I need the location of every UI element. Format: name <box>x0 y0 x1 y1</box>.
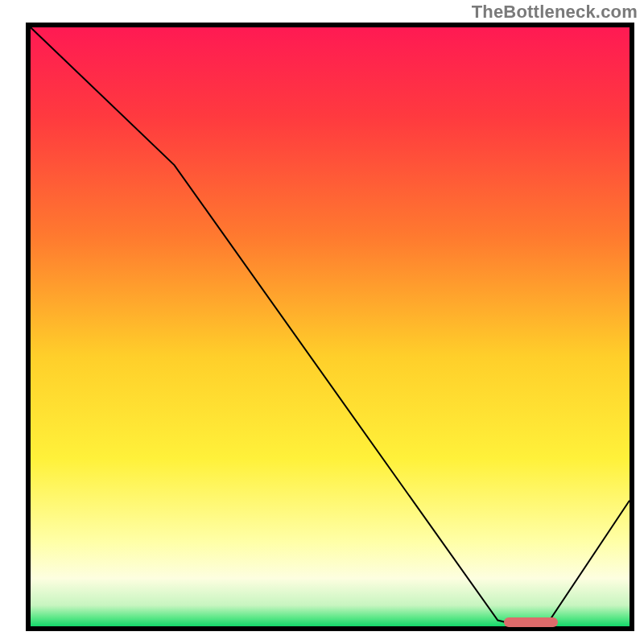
line-series <box>31 27 630 626</box>
minimum-marker <box>504 617 558 627</box>
chart-container: TheBottleneck.com <box>0 0 644 644</box>
plot-frame <box>26 23 634 631</box>
attribution-text: TheBottleneck.com <box>472 2 638 23</box>
plot-area <box>31 27 630 626</box>
